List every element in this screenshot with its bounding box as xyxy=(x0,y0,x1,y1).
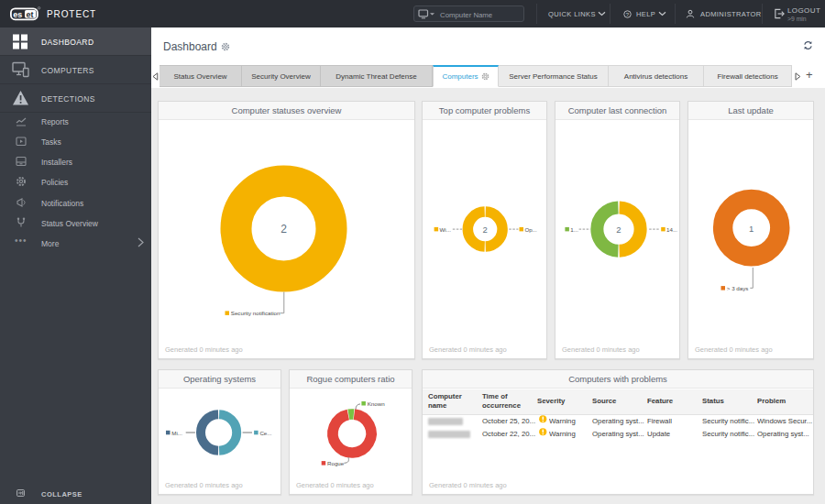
svg-text:?: ? xyxy=(626,11,630,16)
svg-text:Op...: Op... xyxy=(524,226,537,233)
svg-text:2: 2 xyxy=(616,225,621,235)
svg-text:Security notification: Security notification xyxy=(231,310,280,316)
svg-text:14...: 14... xyxy=(666,226,677,233)
svg-text:> 3 days: > 3 days xyxy=(727,285,749,291)
svg-text:Known: Known xyxy=(368,400,385,407)
svg-text:es: es xyxy=(13,10,22,19)
svg-text:2: 2 xyxy=(483,225,488,235)
svg-text:Wi...: Wi... xyxy=(440,226,452,233)
svg-text:Mi...: Mi... xyxy=(171,430,182,436)
svg-text:1: 1 xyxy=(749,224,754,234)
svg-text:Rogue: Rogue xyxy=(327,460,345,466)
svg-text:et: et xyxy=(27,10,34,19)
svg-text:Ce...: Ce... xyxy=(259,430,271,436)
svg-text:1...: 1... xyxy=(570,226,578,233)
svg-text:2: 2 xyxy=(280,223,287,236)
